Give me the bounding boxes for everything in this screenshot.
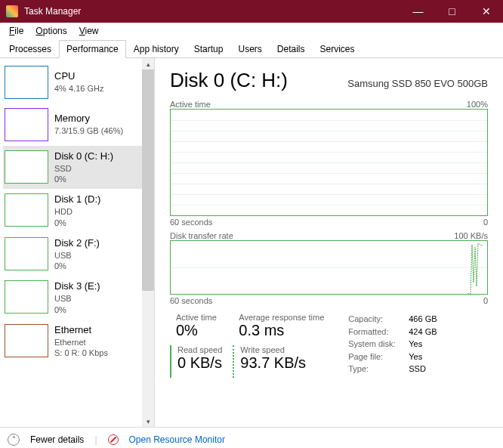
scrollbar-thumb[interactable] bbox=[142, 70, 154, 291]
sidebar-item-disk-0-c-h-[interactable]: Disk 0 (C: H:) SSD 0% bbox=[3, 146, 154, 189]
chart1-max: 100% bbox=[467, 100, 488, 109]
main-panel: Disk 0 (C: H:) Samsung SSD 850 EVO 500GB… bbox=[155, 58, 503, 427]
chart2-xright: 0 bbox=[483, 296, 488, 305]
transfer-rate-chart bbox=[170, 240, 488, 295]
fewer-details-link[interactable]: Fewer details bbox=[30, 434, 84, 445]
sidebar-item-title: CPU bbox=[54, 70, 103, 83]
property-row: Type:SSD bbox=[348, 363, 437, 375]
window-title: Task Manager bbox=[24, 6, 401, 17]
chevron-up-icon[interactable]: ˄ bbox=[8, 434, 20, 446]
property-key: Capacity: bbox=[348, 313, 409, 326]
sidebar-item-line2: 0% bbox=[54, 304, 100, 315]
sidebar: CPU 4% 4.16 GHz Memory 7.3/15.9 GB (46%)… bbox=[0, 58, 155, 427]
mini-chart bbox=[5, 193, 48, 227]
mini-chart bbox=[5, 237, 48, 270]
sidebar-item-title: Ethernet bbox=[54, 324, 108, 337]
page-title: Disk 0 (C: H:) bbox=[170, 69, 288, 92]
titlebar[interactable]: Task Manager — □ ✕ bbox=[0, 0, 503, 23]
read-speed-label: Read speed bbox=[177, 345, 222, 354]
active-time-label: Active time bbox=[176, 313, 222, 322]
scroll-down-icon[interactable]: ▾ bbox=[142, 416, 154, 427]
tab-details[interactable]: Details bbox=[270, 40, 313, 58]
sidebar-item-ethernet[interactable]: Ethernet Ethernet S: 0 R: 0 Kbps bbox=[3, 320, 154, 363]
sidebar-item-line1: USB bbox=[54, 250, 100, 261]
maximize-button[interactable]: □ bbox=[435, 0, 469, 23]
menu-options[interactable]: Options bbox=[29, 24, 73, 38]
menu-file[interactable]: File bbox=[3, 24, 29, 38]
tab-startup[interactable]: Startup bbox=[187, 40, 231, 58]
property-row: Capacity:466 GB bbox=[348, 313, 437, 326]
mini-chart bbox=[5, 324, 48, 357]
sidebar-item-title: Disk 3 (E:) bbox=[54, 280, 100, 293]
sidebar-item-line2: S: 0 R: 0 Kbps bbox=[54, 348, 108, 358]
sidebar-item-line1: SSD bbox=[54, 163, 113, 174]
chart1-xleft: 60 seconds bbox=[170, 218, 212, 227]
mini-chart bbox=[5, 66, 48, 99]
sidebar-item-line1: 4% 4.16 GHz bbox=[54, 83, 103, 94]
resource-monitor-icon bbox=[108, 434, 119, 445]
tab-users[interactable]: Users bbox=[230, 40, 269, 58]
property-key: System disk: bbox=[348, 338, 409, 351]
sidebar-item-line1: USB bbox=[54, 293, 100, 304]
sidebar-item-disk-1-d-[interactable]: Disk 1 (D:) HDD 0% bbox=[3, 189, 154, 232]
chart2-label: Disk transfer rate bbox=[170, 231, 233, 240]
sidebar-item-line1: HDD bbox=[54, 206, 100, 217]
property-value: 466 GB bbox=[409, 313, 437, 326]
tab-performance[interactable]: Performance bbox=[59, 40, 126, 58]
read-speed-value: 0 KB/s bbox=[177, 354, 222, 372]
sidebar-item-title: Disk 0 (C: H:) bbox=[54, 150, 113, 163]
chart1-xright: 0 bbox=[483, 218, 488, 227]
sidebar-item-disk-3-e-[interactable]: Disk 3 (E:) USB 0% bbox=[3, 276, 154, 319]
sidebar-item-memory[interactable]: Memory 7.3/15.9 GB (46%) bbox=[3, 104, 154, 146]
scrollbar[interactable]: ▴ ▾ bbox=[142, 58, 154, 427]
property-row: System disk:Yes bbox=[348, 338, 437, 351]
mini-chart bbox=[5, 150, 48, 184]
property-row: Page file:Yes bbox=[348, 351, 437, 363]
app-icon bbox=[6, 5, 18, 17]
sidebar-item-title: Memory bbox=[54, 113, 123, 125]
sidebar-item-title: Disk 1 (D:) bbox=[54, 193, 100, 206]
active-time-chart bbox=[170, 109, 488, 216]
tab-processes[interactable]: Processes bbox=[2, 40, 59, 58]
close-button[interactable]: ✕ bbox=[469, 0, 503, 23]
sidebar-item-line2: 0% bbox=[54, 174, 113, 184]
write-speed-label: Write speed bbox=[240, 345, 324, 354]
menubar: File Options View bbox=[0, 23, 503, 39]
property-value: 424 GB bbox=[409, 326, 437, 338]
open-resource-monitor-link[interactable]: Open Resource Monitor bbox=[129, 434, 225, 445]
properties-list: Capacity:466 GBFormatted:424 GBSystem di… bbox=[335, 313, 437, 378]
device-name: Samsung SSD 850 EVO 500GB bbox=[347, 78, 488, 89]
property-value: SSD bbox=[409, 363, 426, 375]
write-speed-value: 93.7 KB/s bbox=[240, 354, 324, 372]
property-row: Formatted:424 GB bbox=[348, 326, 437, 338]
avg-response-label: Average response time bbox=[239, 313, 324, 322]
tabbar: Processes Performance App history Startu… bbox=[0, 39, 503, 58]
footer: ˄ Fewer details | Open Resource Monitor bbox=[0, 427, 503, 448]
chart2-max: 100 KB/s bbox=[454, 231, 488, 240]
sidebar-item-cpu[interactable]: CPU 4% 4.16 GHz bbox=[3, 61, 154, 104]
tab-services[interactable]: Services bbox=[313, 40, 363, 58]
sidebar-item-line2: 0% bbox=[54, 261, 100, 271]
sidebar-item-title: Disk 2 (F:) bbox=[54, 237, 100, 250]
minimize-button[interactable]: — bbox=[401, 0, 435, 23]
property-value: Yes bbox=[409, 351, 422, 363]
sidebar-item-line1: 7.3/15.9 GB (46%) bbox=[54, 125, 123, 136]
tab-app-history[interactable]: App history bbox=[126, 40, 187, 58]
active-time-value: 0% bbox=[176, 322, 222, 339]
chart1-label: Active time bbox=[170, 100, 211, 109]
scroll-up-icon[interactable]: ▴ bbox=[142, 58, 154, 70]
property-key: Type: bbox=[348, 363, 409, 375]
sidebar-item-line2: 0% bbox=[54, 218, 100, 228]
property-key: Formatted: bbox=[348, 326, 409, 338]
sidebar-item-disk-2-f-[interactable]: Disk 2 (F:) USB 0% bbox=[3, 233, 154, 276]
menu-view[interactable]: View bbox=[73, 24, 105, 38]
property-value: Yes bbox=[409, 338, 422, 351]
sidebar-item-line1: Ethernet bbox=[54, 337, 108, 348]
property-key: Page file: bbox=[348, 351, 409, 363]
mini-chart bbox=[5, 108, 48, 141]
avg-response-value: 0.3 ms bbox=[239, 322, 324, 339]
mini-chart bbox=[5, 280, 48, 314]
chart2-xleft: 60 seconds bbox=[170, 296, 212, 305]
